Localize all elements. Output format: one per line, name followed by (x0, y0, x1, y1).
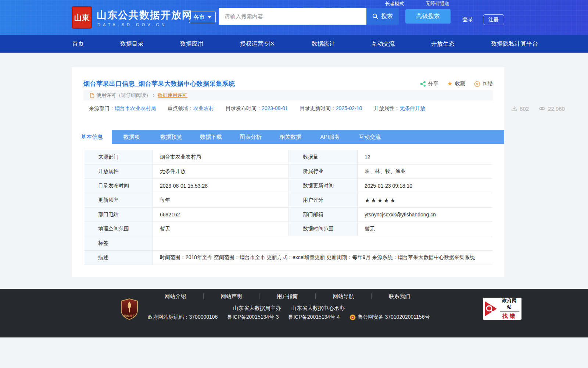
download-count: 602 (511, 105, 529, 112)
tab-data-items[interactable]: 数据项 (112, 130, 151, 144)
dataset-meta-row: 来源部门：烟台市农业农村局 重点领域：农业农村 目录发布时间：2023-08-0… (89, 105, 565, 112)
meta-value: 2025-02-10 (336, 105, 362, 111)
footer-link-site-navigation[interactable]: 网站导航 (333, 293, 354, 300)
meta-publish-date: 目录发布时间：2023-08-01 (226, 105, 288, 112)
info-label: 部门电话 (84, 208, 153, 222)
meta-label: 目录发布时间： (226, 105, 262, 111)
footer-link-contact-us[interactable]: 联系我们 (389, 293, 410, 300)
info-value: 每年 (153, 193, 289, 208)
nav-open-ecosystem[interactable]: 开放生态 (431, 40, 455, 48)
tab-interaction[interactable]: 互动交流 (350, 130, 390, 144)
site-domain: DATA.SD.GOV.CN (97, 22, 167, 27)
tab-chart-analysis[interactable]: 图表分析 (231, 130, 270, 144)
nav-privacy-computing-platform[interactable]: 数据隐私计算平台 (491, 40, 538, 48)
navbar-items: 首页 数据目录 数据应用 授权运营专区 数据统计 互动交流 开放生态 数据隐私计… (72, 35, 538, 53)
info-label: 数据时间范围 (289, 222, 358, 236)
info-label-description: 描述 (84, 251, 153, 265)
nav-data-statistics[interactable]: 数据统计 (311, 40, 335, 48)
tab-related-data[interactable]: 相关数据 (270, 130, 310, 144)
site-footer: 网站介绍 网站声明 用户指南 网站导航 联系我们 党政机关 山东省大数据局主办 … (0, 289, 588, 337)
tab-data-download[interactable]: 数据下载 (191, 130, 231, 144)
tab-basic-info[interactable]: 基本信息 (72, 130, 112, 144)
view-count: 22,960 (538, 106, 565, 112)
info-value: 12 (358, 150, 493, 164)
chevron-down-icon (208, 16, 211, 18)
footer-link-user-guide[interactable]: 用户指南 (277, 293, 298, 300)
info-label: 更新频率 (84, 193, 153, 208)
error-correction-button[interactable]: 纠错 (474, 81, 493, 87)
advanced-search-button[interactable]: 高级搜索 (405, 9, 451, 24)
info-value-description: 时间范围：2018年至今 空间范围：烟台市全市 更新方式：excel增量更新 更… (153, 251, 493, 265)
info-value: 农、林、牧、渔业 (358, 164, 493, 179)
basic-info-table: 来源部门 烟台市农业农村局 数据量 12 开放属性 无条件开放 所属行业 农、林… (84, 150, 493, 265)
share-button[interactable]: 分享 (420, 81, 438, 87)
footer-link-site-statement[interactable]: 网站声明 (221, 293, 242, 300)
tab-data-preview[interactable]: 数据预览 (151, 130, 191, 144)
license-link[interactable]: 数据使用许可 (158, 92, 187, 99)
view-count-value: 22,960 (548, 106, 565, 112)
city-selector-dropdown[interactable]: 各市 (189, 11, 216, 23)
meta-source-dept: 来源部门：烟台市农业农村局 (89, 105, 156, 112)
error-badge-line1: 政府网站 (500, 298, 519, 312)
eye-icon (538, 106, 546, 111)
meta-update-date: 目录更新时间：2025-02-10 (300, 105, 362, 112)
nav-data-apps[interactable]: 数据应用 (180, 40, 204, 48)
meta-items: 来源部门：烟台市农业农村局 重点领域：农业农村 目录发布时间：2023-08-0… (89, 105, 425, 112)
login-link[interactable]: 登录 (462, 16, 473, 23)
main-navbar: 首页 数据目录 数据应用 授权运营专区 数据统计 互动交流 开放生态 数据隐私计… (0, 35, 588, 53)
search-input[interactable] (219, 8, 366, 25)
nav-authorized-operation-zone[interactable]: 授权运营专区 (240, 40, 275, 48)
divider (259, 293, 259, 299)
dataset-tabs: 基本信息 数据项 数据预览 数据下载 图表分析 相关数据 API服务 互动交流 (72, 130, 504, 144)
license-label: 使用许可（请仔细阅读）： (96, 92, 156, 99)
shandong-seal-logo: 山東 (72, 6, 92, 29)
accessibility-link[interactable]: 无障碍通道 (426, 0, 449, 7)
meta-label: 重点领域： (168, 105, 193, 111)
footer-link-site-intro[interactable]: 网站介绍 (165, 293, 186, 300)
user-rating-stars[interactable]: ★★★★★ (358, 193, 493, 208)
download-count-value: 602 (520, 106, 529, 112)
search-button[interactable]: 搜索 (366, 8, 399, 25)
meta-value-link[interactable]: 农业农村 (193, 105, 214, 111)
seal-text: 山東 (74, 13, 90, 23)
footer-police-record[interactable]: 鲁公网安备 37010202001156号 (349, 314, 430, 321)
info-value: 6692162 (153, 208, 289, 222)
info-value-tags (153, 236, 493, 251)
info-value: 烟台市农业农村局 (153, 150, 289, 164)
footer-icp-2[interactable]: 鲁ICP备20015134号-4 (288, 314, 340, 321)
footer-icp-1[interactable]: 鲁ICP备20015134号-3 (227, 314, 279, 321)
license-bar: 使用许可（请仔细阅读）： 数据使用许可 (83, 90, 493, 100)
gov-site-error-badge[interactable]: 政府网站 找错 (483, 297, 522, 320)
info-label: 部门邮箱 (289, 208, 358, 222)
meta-value-link[interactable]: 无条件开放 (399, 105, 425, 111)
register-button[interactable]: 注册 (483, 14, 504, 25)
nav-interaction[interactable]: 互动交流 (371, 40, 395, 48)
error-badge-text: 政府网站 找错 (500, 298, 519, 320)
favorite-button[interactable]: ★ 收藏 (447, 81, 465, 87)
divider (203, 293, 204, 299)
info-label: 开放属性 (84, 164, 153, 179)
info-label: 地理空间范围 (84, 222, 153, 236)
meta-value: 2023-08-01 (262, 105, 288, 111)
meta-value-link[interactable]: 烟台市农业农村局 (115, 105, 156, 111)
dataset-title: 烟台苹果出口信息_烟台苹果大数据中心数据采集系统 (83, 79, 235, 88)
info-label: 数据更新时间 (289, 179, 358, 193)
tab-api-service[interactable]: API服务 (310, 130, 350, 144)
meta-counts: 602 22,960 (511, 105, 565, 112)
elder-mode-link[interactable]: 长者模式 (385, 0, 404, 7)
meta-label: 开放属性： (374, 105, 399, 111)
nav-data-catalog[interactable]: 数据目录 (120, 40, 144, 48)
advanced-search-label: 高级搜索 (416, 13, 440, 20)
share-label: 分享 (428, 81, 438, 87)
site-header: 长者模式 无障碍通道 山東 山东公共数据开放网 DATA.SD.GOV.CN 各… (0, 0, 588, 35)
divider (371, 293, 372, 299)
footer-site-id: 政府网站标识码：3700000106 (148, 314, 218, 321)
meta-key-domain: 重点领域：农业农村 (168, 105, 214, 112)
nav-home[interactable]: 首页 (72, 40, 84, 48)
info-value: 暂无 (358, 222, 493, 236)
info-label: 所属行业 (289, 164, 358, 179)
info-label: 目录发布时间 (84, 179, 153, 193)
info-value: 2025-01-23 09:18:10 (358, 179, 493, 193)
quick-links: 长者模式 无障碍通道 (385, 0, 449, 7)
info-value: 2023-08-01 15:53:28 (153, 179, 289, 193)
